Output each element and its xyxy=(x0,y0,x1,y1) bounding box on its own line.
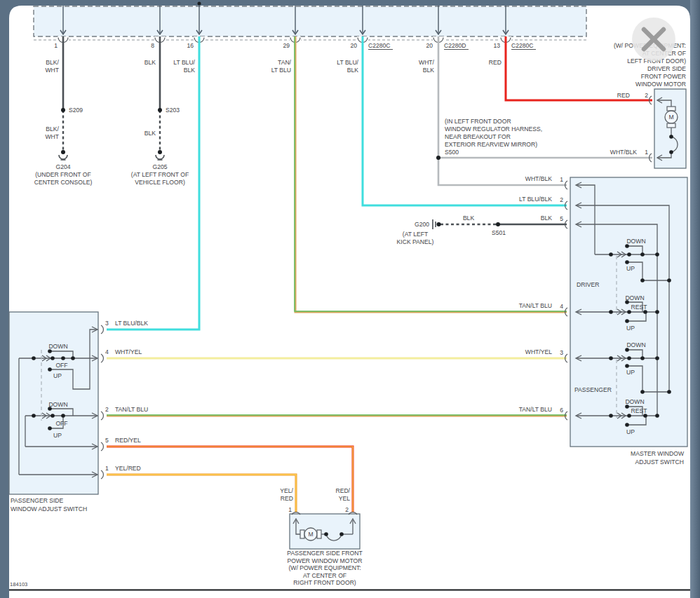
splice-s501 xyxy=(496,222,500,226)
wire-color-label: TAN/LT BLU xyxy=(519,406,552,413)
s500-note: EXTERIOR REARVIEW MIRROR) xyxy=(445,141,537,148)
component-label: FRONT POWER xyxy=(641,73,686,80)
wire-color-label: BLK xyxy=(144,130,156,137)
splice-s500 xyxy=(436,156,440,160)
connector-name: C2280C xyxy=(511,42,534,49)
component-label: ADJUST SWITCH xyxy=(635,458,684,466)
wire-color-label: LT BLU/ xyxy=(173,59,195,66)
switch-position-label: REST xyxy=(631,407,648,414)
component-label: DRIVER SIDE xyxy=(647,65,686,72)
wire-color-label: LT BLU/ xyxy=(337,59,358,66)
switch-position-label: DOWN xyxy=(626,341,645,348)
switch-position-label: UP xyxy=(53,432,62,439)
switch-position-label: OFF xyxy=(55,362,67,369)
component-label: AT CENTER OF xyxy=(303,572,346,579)
wire-color-label: WHT/BLK xyxy=(610,149,637,156)
wire-color-label: RED/YEL xyxy=(115,437,141,444)
wire-color-label: LT BLU xyxy=(271,67,291,74)
component-label: (W/ POWER EQUIPMENT: xyxy=(288,564,361,571)
switch-position-label: UP xyxy=(53,372,62,379)
component-label: MASTER WINDOW xyxy=(631,450,685,457)
wire-color-label: WHT/BLK xyxy=(525,175,552,182)
splice-s203 xyxy=(158,108,162,112)
s500-note: WINDOW REGULATOR HARNESS, xyxy=(445,125,542,132)
splice-label: S203 xyxy=(166,107,180,114)
wire-color-label: WHT xyxy=(45,67,59,74)
switch-position-label: UP xyxy=(626,369,635,376)
switch-position-label: DOWN xyxy=(625,398,644,405)
pin-number: 2 xyxy=(645,92,648,99)
switch-position-label: DOWN xyxy=(625,294,644,301)
wire-color-label: BLK xyxy=(347,67,359,74)
wire-color-label: TAN/LT BLU xyxy=(519,302,552,309)
pin-number: 2 xyxy=(345,506,349,513)
ground-label: G200 xyxy=(415,221,429,228)
pin-number: 1 xyxy=(645,149,648,156)
wire-color-label: BLK xyxy=(541,215,553,222)
s500-note: NEAR BREAKOUT FOR xyxy=(445,133,511,140)
ground-location: VEHICLE FLOOR) xyxy=(135,179,185,186)
pin-number: 5 xyxy=(105,437,109,444)
motor-symbol-letter: M xyxy=(308,531,313,538)
s500-note: (IN LEFT FRONT DOOR xyxy=(445,118,511,125)
wire-color-label: LT BLU/BLK xyxy=(115,320,148,327)
switch-position-label: DOWN xyxy=(48,343,67,350)
wire-color-label: TAN/ xyxy=(278,59,292,66)
ground-label: G205 xyxy=(152,163,167,170)
pin-number: 2 xyxy=(105,406,109,413)
connector-name: C2280D xyxy=(444,42,466,49)
switch-section-label: DRIVER xyxy=(577,281,599,288)
pin-number: 4 xyxy=(105,348,109,355)
wire-color-label: BLK/ xyxy=(46,125,59,132)
pin-number: 3 xyxy=(105,320,109,327)
wire-color-label: BLK/ xyxy=(46,59,59,66)
motor-symbol-letter: M xyxy=(668,114,673,121)
switch-position-label: UP xyxy=(626,265,635,272)
ground-location: (UNDER FRONT OF xyxy=(35,171,91,178)
wire-color-label: LT BLU/BLK xyxy=(519,196,552,203)
pin-number: 3 xyxy=(560,349,563,356)
close-button[interactable] xyxy=(632,18,675,61)
ground-location: (AT LEFT FRONT OF xyxy=(131,171,189,178)
switch-position-label: DOWN xyxy=(626,238,645,245)
pin-number: 4 xyxy=(560,303,563,310)
pin-number: 5 xyxy=(560,215,563,222)
component-label: PASSENGER SIDE xyxy=(11,497,64,504)
right-scrollbar[interactable] xyxy=(690,0,700,598)
wire-color-label: BLK xyxy=(463,215,475,222)
wire-color-label: BLK xyxy=(184,67,196,74)
component-label: POWER WINDOW MOTOR xyxy=(288,557,363,564)
ground-location: KICK PANEL) xyxy=(397,238,434,245)
diagram-viewer-window: 1 8 16 29 20 20 13 C2280C C2280D C2280C … xyxy=(0,0,700,598)
pin-number: 13 xyxy=(493,42,500,49)
switch-position-label: REST xyxy=(631,304,648,311)
ground-label: G204 xyxy=(55,163,70,170)
switch-section-label: PASSENGER xyxy=(574,386,612,393)
pin-number: 6 xyxy=(560,407,563,414)
wire-color-label: TAN/LT BLU xyxy=(115,406,148,413)
switch-position-label: UP xyxy=(626,325,635,332)
doc-number: 184103 xyxy=(10,581,27,587)
wiring-diagram: 1 8 16 29 20 20 13 C2280C C2280D C2280C … xyxy=(0,0,700,598)
splice-s209 xyxy=(61,108,65,112)
wire-color-label: WHT/YEL xyxy=(115,348,142,355)
wire-color-label: YEL/RED xyxy=(115,465,141,472)
pin-number: 1 xyxy=(288,506,292,513)
wire-color-label: WHT/ xyxy=(419,59,435,66)
wire-color-label: RED xyxy=(617,92,630,99)
splice-label: S500 xyxy=(445,149,459,156)
splice-label: S501 xyxy=(492,229,506,236)
pin-number: 1 xyxy=(560,176,563,183)
switch-position-label: UP xyxy=(626,428,635,435)
splice-label: S209 xyxy=(69,107,83,114)
wire-color-label: RED xyxy=(489,59,502,66)
component-label: PASSENGER SIDE FRONT xyxy=(287,550,363,557)
ground-location: (AT LEFT xyxy=(403,231,429,238)
wire-color-label: WHT xyxy=(45,133,59,140)
pin-number: 1 xyxy=(105,465,109,472)
wire-color-label: YEL/ xyxy=(280,487,293,494)
pin-number: 29 xyxy=(283,42,290,49)
pin-number: 1 xyxy=(54,42,58,49)
connector-name: C2280C xyxy=(368,42,391,49)
switch-position-label: DOWN xyxy=(48,401,67,408)
